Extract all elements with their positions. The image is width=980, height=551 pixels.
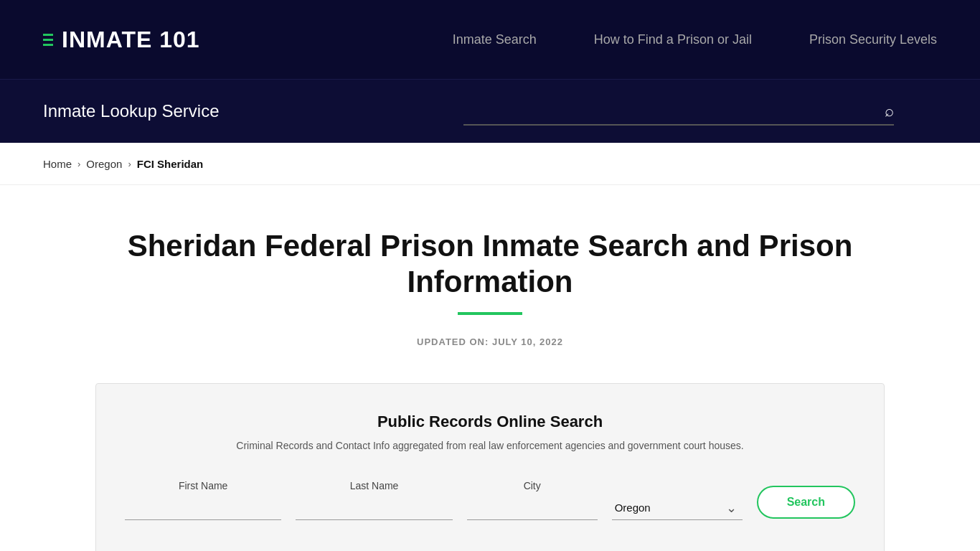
logo-bars-icon [43,34,53,46]
breadcrumb-chevron-1: › [77,159,80,169]
breadcrumb-chevron-2: › [128,159,131,169]
breadcrumb: Home › Oregon › FCI Sheridan [43,158,937,170]
search-bar-label: Inmate Lookup Service [43,101,219,121]
field-state: State Oregon Alabama Alaska Arizona Cali… [612,480,743,520]
breadcrumb-home[interactable]: Home [43,158,72,170]
state-select[interactable]: Oregon Alabama Alaska Arizona California… [612,496,743,520]
search-input-wrapper: ⌕ [463,98,894,126]
form-fields: First Name Last Name City State Oregon [125,480,855,520]
city-label: City [467,480,598,491]
title-underline [458,312,522,315]
field-first-name: First Name [125,480,281,520]
first-name-input[interactable] [125,496,281,520]
updated-text: UPDATED ON: JULY 10, 2022 [43,336,937,347]
top-nav: INMATE 101 Inmate Search How to Find a P… [0,0,980,79]
search-bar-section: Inmate Lookup Service ⌕ [0,79,980,143]
search-icon: ⌕ [885,102,894,120]
state-select-wrapper: Oregon Alabama Alaska Arizona California… [612,496,743,520]
field-city: City [467,480,598,520]
main-content: Sheridan Federal Prison Inmate Search an… [0,185,980,551]
search-button[interactable]: Search [757,486,855,519]
breadcrumb-current: FCI Sheridan [137,158,204,170]
page-title: Sheridan Federal Prison Inmate Search an… [43,228,937,301]
form-box-subtitle: Criminal Records and Contact Info aggreg… [125,440,855,451]
city-input[interactable] [467,496,598,520]
logo-text: INMATE 101 [62,27,200,53]
field-last-name: Last Name [296,480,452,520]
nav-links: Inmate Search How to Find a Prison or Ja… [453,32,937,47]
search-input[interactable] [463,98,894,126]
nav-how-to-find[interactable]: How to Find a Prison or Jail [594,32,752,47]
search-form-box: Public Records Online Search Criminal Re… [95,383,885,551]
breadcrumb-section: Home › Oregon › FCI Sheridan [0,143,980,185]
nav-security-levels[interactable]: Prison Security Levels [809,32,937,47]
breadcrumb-state[interactable]: Oregon [86,158,122,170]
first-name-label: First Name [125,480,281,491]
last-name-label: Last Name [296,480,452,491]
last-name-input[interactable] [296,496,452,520]
logo-link[interactable]: INMATE 101 [43,27,200,53]
search-icon-button[interactable]: ⌕ [885,102,894,121]
form-box-title: Public Records Online Search [125,413,855,431]
nav-inmate-search[interactable]: Inmate Search [453,32,537,47]
